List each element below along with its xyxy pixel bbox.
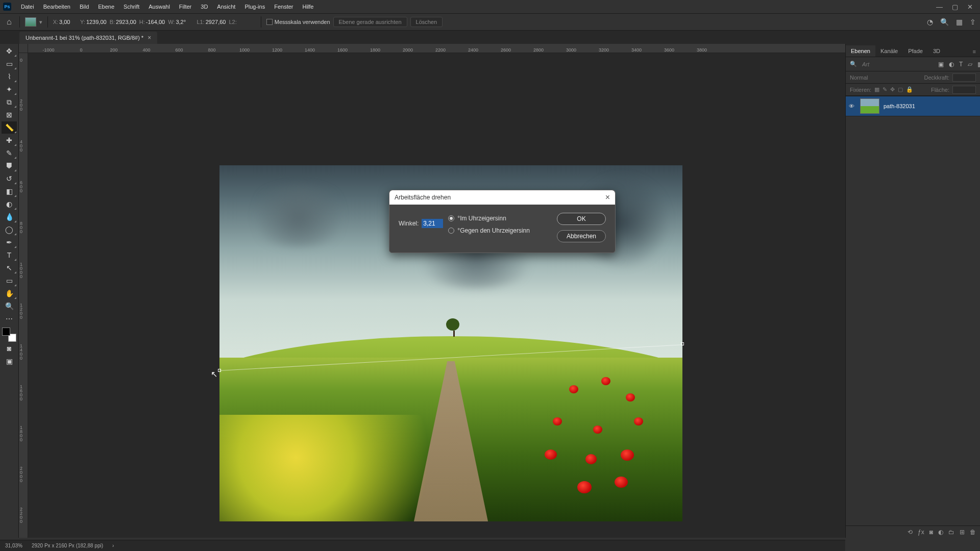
workspace-icon[interactable]: ▦ bbox=[956, 18, 963, 26]
new-layer-icon[interactable]: ⊞ bbox=[960, 529, 965, 536]
layer-type-filter[interactable] bbox=[862, 61, 933, 67]
document-dims[interactable]: 2920 Px x 2160 Px (182,88 ppi) bbox=[32, 543, 103, 548]
dialog-close-icon[interactable]: × bbox=[605, 193, 610, 202]
horizontal-ruler[interactable]: -100002004006008001000120014001600180020… bbox=[28, 44, 845, 53]
home-icon[interactable]: ⌂ bbox=[4, 16, 14, 28]
opacity-field[interactable] bbox=[952, 73, 976, 82]
menu-image[interactable]: Bild bbox=[75, 2, 93, 12]
adjustment-icon[interactable]: ◐ bbox=[938, 529, 943, 536]
lock-pixels-icon[interactable]: ▩ bbox=[874, 86, 879, 93]
marquee-tool[interactable]: ▭ bbox=[2, 58, 17, 70]
shape-tool[interactable]: ▭ bbox=[2, 274, 17, 287]
counterclockwise-radio[interactable]: °Gegen den Uhrzeigersinn bbox=[448, 227, 530, 234]
layer-thumb[interactable] bbox=[860, 98, 879, 114]
dialog-titlebar[interactable]: Arbeitsfläche drehen × bbox=[389, 190, 615, 205]
filter-shape-icon[interactable]: ▱ bbox=[968, 60, 972, 68]
ruler-origin[interactable] bbox=[19, 44, 28, 53]
filter-smart-icon[interactable]: ▦ bbox=[977, 60, 980, 68]
pen-tool[interactable]: ✒ bbox=[2, 236, 17, 248]
mask-icon[interactable]: ◙ bbox=[929, 529, 933, 536]
eyedropper-tool[interactable]: 📏 bbox=[2, 121, 17, 134]
canvas-area[interactable]: -100002004006008001000120014001600180020… bbox=[19, 44, 845, 538]
lasso-tool[interactable]: ⌇ bbox=[2, 70, 17, 83]
type-tool[interactable]: T bbox=[2, 249, 17, 261]
brush-tool[interactable]: ✎ bbox=[2, 147, 17, 159]
menu-view[interactable]: Ansicht bbox=[212, 2, 240, 12]
search-icon[interactable]: 🔍 bbox=[940, 18, 949, 26]
status-chevron-icon[interactable]: › bbox=[112, 543, 114, 548]
hand-tool[interactable]: ✋ bbox=[2, 287, 17, 299]
zoom-level[interactable]: 31,03% bbox=[5, 543, 22, 548]
ruler-point-end[interactable] bbox=[681, 342, 684, 345]
document-tab[interactable]: Unbenannt-1 bei 31% (path-832031, RGB/8#… bbox=[19, 32, 157, 44]
fill-field[interactable] bbox=[952, 86, 976, 94]
gradient-tool[interactable]: ◐ bbox=[2, 198, 17, 210]
menu-window[interactable]: Fenster bbox=[270, 2, 298, 12]
ruler-point-start[interactable] bbox=[218, 369, 221, 372]
menu-select[interactable]: Auswahl bbox=[144, 2, 175, 12]
maximize-icon[interactable]: ▢ bbox=[952, 3, 958, 11]
frame-tool[interactable]: ⊠ bbox=[2, 109, 17, 121]
menu-type[interactable]: Schrift bbox=[119, 2, 144, 12]
menu-plugins[interactable]: Plug-ins bbox=[240, 2, 270, 12]
color-swatches[interactable] bbox=[2, 328, 16, 342]
angle-input[interactable] bbox=[422, 219, 443, 228]
panel-menu-icon[interactable]: ≡ bbox=[969, 46, 980, 57]
filter-adjust-icon[interactable]: ◐ bbox=[949, 60, 954, 68]
blend-mode-select[interactable]: Normal bbox=[850, 74, 921, 81]
tab-3d[interactable]: 3D bbox=[928, 45, 945, 57]
clockwise-label: °Im Uhrzeigersinn bbox=[457, 215, 506, 222]
layer-row[interactable]: 👁 path-832031 bbox=[846, 96, 980, 116]
clockwise-radio[interactable]: °Im Uhrzeigersinn bbox=[448, 215, 530, 222]
clear-button[interactable]: Löschen bbox=[410, 17, 443, 27]
tab-layers[interactable]: Ebenen bbox=[846, 45, 875, 57]
menu-help[interactable]: Hilfe bbox=[298, 2, 318, 12]
quickmask-icon[interactable]: ◙ bbox=[2, 342, 17, 355]
menu-layer[interactable]: Ebene bbox=[93, 2, 119, 12]
link-icon[interactable]: ⟲ bbox=[908, 529, 913, 536]
group-icon[interactable]: 🗀 bbox=[948, 529, 954, 536]
cloud-icon[interactable]: ◔ bbox=[927, 18, 933, 26]
filter-image-icon[interactable]: ▣ bbox=[938, 60, 944, 68]
layer-name[interactable]: path-832031 bbox=[884, 103, 915, 109]
search-icon[interactable]: 🔍 bbox=[850, 61, 857, 67]
path-select-tool[interactable]: ↖ bbox=[2, 262, 17, 274]
lock-move-icon[interactable]: ✥ bbox=[890, 86, 895, 93]
lock-position-icon[interactable]: ✎ bbox=[883, 86, 887, 93]
lock-all-icon[interactable]: 🔒 bbox=[906, 86, 913, 93]
dodge-tool[interactable]: ◯ bbox=[2, 223, 17, 236]
screenmode-icon[interactable]: ▣ bbox=[2, 355, 17, 367]
ok-button[interactable]: OK bbox=[557, 213, 606, 225]
use-scale-checkbox[interactable]: Messskala verwenden bbox=[266, 19, 330, 25]
vertical-ruler[interactable]: 02 0 04 0 06 0 08 0 01 0 0 01 2 0 01 4 0… bbox=[19, 53, 28, 538]
cancel-button[interactable]: Abbrechen bbox=[557, 230, 606, 242]
heal-tool[interactable]: ✚ bbox=[2, 134, 17, 146]
tab-close-icon[interactable]: × bbox=[148, 34, 151, 41]
close-icon[interactable]: ✕ bbox=[967, 3, 973, 11]
tab-channels[interactable]: Kanäle bbox=[875, 45, 903, 57]
edit-toolbar[interactable]: ⋯ bbox=[2, 313, 17, 325]
minimize-icon[interactable]: — bbox=[936, 3, 943, 11]
share-icon[interactable]: ⇪ bbox=[970, 18, 976, 26]
menu-3d[interactable]: 3D bbox=[196, 2, 212, 12]
history-brush-tool[interactable]: ↺ bbox=[2, 172, 17, 185]
eraser-tool[interactable]: ◧ bbox=[2, 185, 17, 197]
crop-tool[interactable]: ⧉ bbox=[2, 96, 17, 108]
tab-paths[interactable]: Pfade bbox=[903, 45, 928, 57]
chevron-down-icon[interactable]: ▾ bbox=[39, 19, 42, 26]
menu-file[interactable]: Datei bbox=[16, 2, 39, 12]
stamp-tool[interactable]: ⛊ bbox=[2, 160, 17, 172]
fx-icon[interactable]: ƒx bbox=[918, 529, 924, 536]
straighten-button[interactable]: Ebene gerade ausrichten bbox=[333, 17, 407, 27]
menu-filter[interactable]: Filter bbox=[175, 2, 196, 12]
blur-tool[interactable]: 💧 bbox=[2, 211, 17, 223]
zoom-tool[interactable]: 🔍 bbox=[2, 300, 17, 312]
tool-preset-thumb[interactable] bbox=[25, 17, 36, 27]
wand-tool[interactable]: ✦ bbox=[2, 83, 17, 95]
visibility-icon[interactable]: 👁 bbox=[849, 103, 856, 109]
trash-icon[interactable]: 🗑 bbox=[970, 529, 976, 536]
filter-type-icon[interactable]: T bbox=[959, 60, 963, 68]
lock-artboard-icon[interactable]: ▢ bbox=[898, 86, 903, 93]
menu-edit[interactable]: Bearbeiten bbox=[39, 2, 75, 12]
move-tool[interactable]: ✥ bbox=[2, 45, 17, 57]
